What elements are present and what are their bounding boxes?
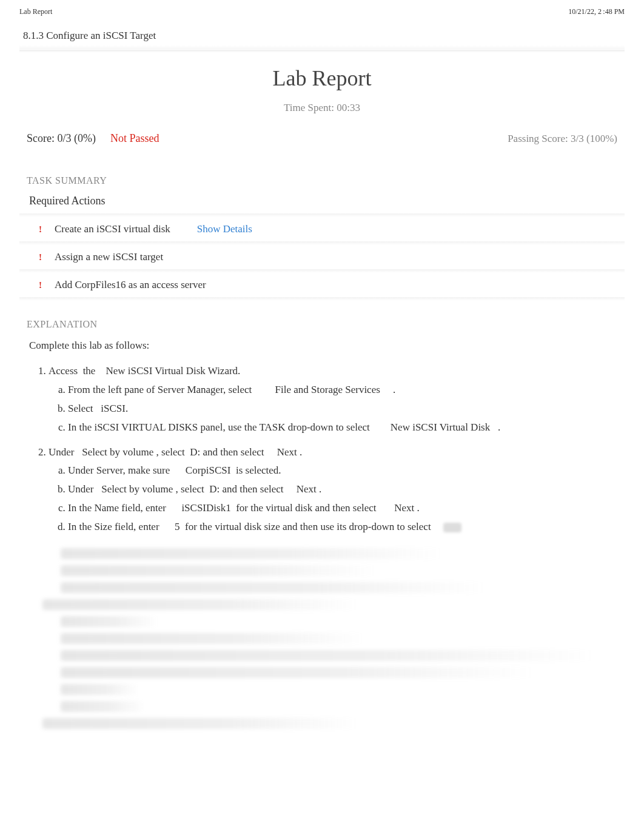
action-label: Create an iSCSI virtual disk bbox=[55, 223, 170, 235]
page-title: Lab Report bbox=[19, 65, 625, 91]
blurred-line bbox=[61, 582, 485, 593]
step-1-sub: From the left pane of Server Manager, se… bbox=[49, 381, 617, 437]
step-2a: Under Server, make sure CorpiSCSI is sel… bbox=[68, 462, 617, 480]
alert-icon: ! bbox=[39, 252, 45, 263]
blurred-line bbox=[61, 633, 364, 644]
action-label: Add CorpFiles16 as an access server bbox=[55, 279, 206, 291]
blurred-line bbox=[61, 616, 158, 627]
task-summary-heading: TASK SUMMARY bbox=[19, 175, 625, 189]
blurred-line bbox=[61, 684, 139, 695]
content: 8.1.3 Configure an iSCSI Target Lab Repo… bbox=[0, 21, 644, 765]
blurred-line bbox=[42, 718, 358, 729]
step-1b-text: Select iSCSI. bbox=[68, 403, 128, 414]
action-label: Assign a new iSCSI target bbox=[55, 251, 163, 263]
show-details-link[interactable]: Show Details bbox=[197, 223, 252, 235]
blurred-line bbox=[42, 599, 358, 610]
step-2d-text: In the Size field, enter 5 for the virtu… bbox=[68, 521, 431, 532]
blurred-line bbox=[61, 667, 534, 678]
header-right: 10/21/22, 2 :48 PM bbox=[568, 7, 625, 16]
passing-score: Passing Score: 3/3 (100%) bbox=[508, 133, 617, 145]
action-item: ! Assign a new iSCSI target bbox=[19, 245, 625, 268]
time-spent: Time Spent: 00:33 bbox=[19, 102, 625, 114]
score-row: Score: 0/3 (0%) Not Passed Passing Score… bbox=[19, 132, 625, 145]
section-number-title: 8.1.3 Configure an iSCSI Target bbox=[19, 24, 625, 50]
score-value: Score: 0/3 (0%) bbox=[27, 132, 96, 145]
explanation-heading: EXPLANATION bbox=[27, 319, 617, 332]
step-2: Under Select by volume , select D: and t… bbox=[49, 444, 617, 536]
step-2b: Under Select by volume , select D: and t… bbox=[68, 481, 617, 498]
step-1a: From the left pane of Server Manager, se… bbox=[68, 381, 617, 399]
score-status: Not Passed bbox=[110, 132, 159, 145]
step-2-sub: Under Server, make sure CorpiSCSI is sel… bbox=[49, 462, 617, 536]
explanation-steps: Access the New iSCSI Virtual Disk Wizard… bbox=[27, 363, 617, 536]
blurred-line bbox=[61, 565, 376, 576]
step-1: Access the New iSCSI Virtual Disk Wizard… bbox=[49, 363, 617, 437]
divider bbox=[19, 50, 625, 52]
blurred-content bbox=[27, 540, 617, 741]
step-2c: In the Name field, enter iSCSIDisk1 for … bbox=[68, 500, 617, 517]
blurred-line bbox=[61, 548, 443, 559]
step-2c-text: In the Name field, enter iSCSIDisk1 for … bbox=[68, 502, 420, 514]
step-1c-text: In the iSCSI VIRTUAL DISKS panel, use th… bbox=[68, 421, 500, 433]
step-2b-text: Under Select by volume , select D: and t… bbox=[68, 483, 321, 495]
alert-icon: ! bbox=[39, 280, 45, 290]
step-2-lead: Under Select by volume , select D: and t… bbox=[49, 446, 302, 458]
explanation-intro: Complete this lab as follows: bbox=[29, 340, 615, 352]
action-item: ! Create an iSCSI virtual disk Show Deta… bbox=[19, 217, 625, 240]
step-1-lead: Access the New iSCSI Virtual Disk Wizard… bbox=[49, 365, 240, 377]
required-actions-label: Required Actions bbox=[19, 195, 625, 212]
alert-icon: ! bbox=[39, 224, 45, 235]
action-item: ! Add CorpFiles16 as an access server bbox=[19, 273, 625, 296]
blurred-line bbox=[61, 701, 146, 712]
divider bbox=[19, 297, 625, 301]
blurred-line bbox=[61, 650, 594, 661]
explanation-section: EXPLANATION Complete this lab as follows… bbox=[19, 319, 625, 741]
blurred-token bbox=[443, 523, 461, 532]
step-2d: In the Size field, enter 5 for the virtu… bbox=[68, 518, 617, 536]
step-2a-text: Under Server, make sure CorpiSCSI is sel… bbox=[68, 464, 281, 476]
page-header: Lab Report 10/21/22, 2 :48 PM bbox=[0, 0, 644, 21]
header-left: Lab Report bbox=[19, 7, 52, 16]
step-1c: In the iSCSI VIRTUAL DISKS panel, use th… bbox=[68, 419, 617, 437]
step-1b: Select iSCSI. bbox=[68, 400, 617, 418]
score-left: Score: 0/3 (0%) Not Passed bbox=[27, 132, 159, 145]
step-1a-text: From the left pane of Server Manager, se… bbox=[68, 384, 395, 395]
